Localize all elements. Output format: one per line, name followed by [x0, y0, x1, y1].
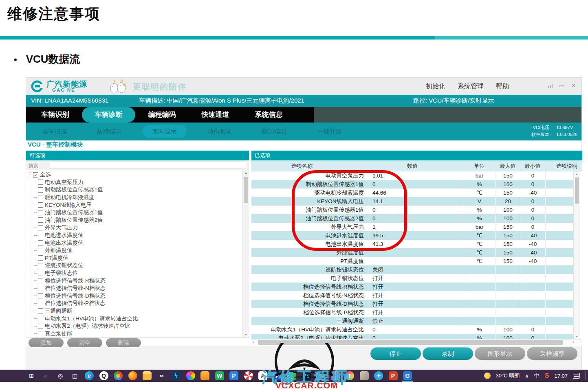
sub-tab[interactable]: ECU信息	[247, 123, 302, 140]
tree-item[interactable]: KEYON线输入电压	[26, 201, 242, 209]
menubar-item[interactable]: 初始化	[426, 82, 445, 91]
table-row[interactable]: 外部温度值 ℃ 150 -40	[251, 248, 573, 257]
tree-item[interactable]: 真空泵使能	[26, 330, 242, 337]
powerpoint-icon[interactable]: P	[389, 371, 398, 380]
checkbox-checked-icon[interactable]	[38, 217, 43, 223]
main-tab[interactable]: 编程编码	[135, 107, 189, 123]
sub-tab[interactable]: 全车扫描	[27, 123, 82, 140]
tree-item[interactable]: 电动真空泵压力	[26, 179, 242, 186]
checkbox-checked-icon[interactable]	[38, 210, 43, 215]
table-row[interactable]: 电池进水温度值 39.5 ℃ 150 -40	[251, 231, 573, 240]
tray-chevron-up-icon[interactable]: ∧	[525, 373, 529, 379]
table-row[interactable]: PT温度值 ℃ 150 -40	[251, 257, 573, 265]
table-row[interactable]: 油门踏板位置传感器2值 0 % 100 0	[251, 214, 573, 223]
tree-item[interactable]: 三通阀通断	[26, 307, 242, 315]
left-panel-button[interactable]: 删除	[106, 338, 141, 347]
checkbox-checked-icon[interactable]	[38, 263, 43, 268]
green-app-icon[interactable]	[287, 371, 296, 380]
weather-sun-icon[interactable]	[484, 372, 491, 379]
tree-item[interactable]: 油门踏板位置传感器1值	[26, 209, 242, 217]
left-panel-button[interactable]: 添加	[29, 338, 64, 347]
table-row[interactable]: 油门踏板位置传感器1值 0 % 100 0	[251, 206, 573, 214]
scroll-up-icon[interactable]: ▲	[243, 171, 249, 174]
close-button[interactable]: ✕	[571, 83, 576, 88]
scroll-down-icon[interactable]: ▼	[574, 335, 580, 338]
tree-item[interactable]: 外部温度值	[26, 247, 242, 254]
tree-root-label[interactable]: 全选	[40, 171, 51, 178]
scrollbar-thumb[interactable]	[244, 177, 248, 203]
sub-tab[interactable]: 一键升级	[302, 123, 357, 140]
photos-app-icon[interactable]	[360, 371, 369, 380]
table-row[interactable]: 电池出水温度值 41.3 ℃ 150 -40	[251, 240, 573, 248]
scrollbar-thumb[interactable]	[575, 177, 579, 204]
checkbox-checked-icon[interactable]	[38, 225, 43, 230]
sub-tab[interactable]: 故障信息	[82, 123, 137, 140]
thunder-icon[interactable]: ϟ	[172, 371, 181, 380]
tree-item[interactable]: 档位选择信号线-P档状态	[26, 300, 242, 307]
checkbox-checked-icon[interactable]	[38, 195, 43, 200]
tree-item[interactable]: 电动水泵1（HV电池）请求转速占空比	[26, 315, 242, 322]
table-vertical-scrollbar[interactable]: ▲ ▼	[573, 171, 580, 339]
table-row[interactable]: 三通阀通断 禁止	[251, 317, 573, 325]
notification-center-icon[interactable]	[573, 373, 580, 379]
tree-item[interactable]: PT温度值	[26, 254, 242, 262]
checkbox-checked-icon[interactable]	[38, 255, 43, 261]
tree-item[interactable]: 电子锁状态位	[26, 269, 242, 277]
checkbox-checked-icon[interactable]	[38, 278, 43, 283]
checkbox-checked-icon[interactable]	[38, 308, 43, 313]
tree-root-select-all[interactable]: − ✓ 全选	[26, 171, 242, 179]
tree-item[interactable]: 外界大气压力	[26, 224, 242, 232]
table-horizontal-scrollbar[interactable]: ‹ ›	[251, 339, 582, 345]
table-row[interactable]: 外界大气压力 1 bar 150 0	[251, 223, 573, 231]
table-row[interactable]: 档位选择信号线-D档状态 打开	[251, 300, 573, 308]
pinwheel-icon[interactable]	[244, 371, 253, 380]
tree-item[interactable]: 巡航按钮状态位	[26, 262, 242, 269]
checkbox-checked-icon[interactable]	[38, 286, 43, 291]
scroll-right-icon[interactable]: ›	[573, 340, 574, 344]
main-tab[interactable]: 车辆识别	[29, 107, 82, 123]
table-row[interactable]: 档位选择信号线-R档状态 打开	[251, 283, 573, 291]
scrollbar-thumb[interactable]	[258, 340, 563, 345]
checkbox-checked-icon[interactable]	[38, 187, 43, 193]
doc-app-icon[interactable]	[316, 371, 325, 380]
left-panel-button[interactable]: 清空	[67, 338, 102, 347]
game-bar-icon[interactable]: ∞	[157, 371, 166, 380]
minimize-button[interactable]: ▭	[559, 83, 564, 88]
tree-item[interactable]: 档位选择信号线-D档状态	[26, 292, 242, 300]
scroll-down-icon[interactable]: ▼	[243, 333, 249, 336]
checkbox-checked-icon[interactable]	[38, 180, 43, 185]
tree-scrollbar[interactable]: ▲ ▼	[242, 170, 249, 337]
tree-item[interactable]: 档位选择信号线-N档状态	[26, 285, 242, 292]
action-button[interactable]: 录制	[423, 347, 473, 360]
tree-item[interactable]: 电池出水温度值	[26, 239, 242, 247]
sub-tab[interactable]: 动作测试	[192, 123, 247, 140]
checkbox-checked-icon[interactable]	[38, 233, 43, 238]
sogou-input-icon[interactable]: S	[545, 372, 549, 379]
table-row[interactable]: 驱动电机冷却液温度 44.66 ℃ 150 -40	[251, 188, 573, 197]
wps-icon[interactable]: W	[215, 371, 224, 380]
start-icon[interactable]: ⊞	[27, 371, 36, 380]
checkbox-checked-icon[interactable]	[38, 271, 43, 276]
table-row[interactable]: KEYON线输入电压 14.1 V 20 0	[251, 197, 573, 206]
edge-icon[interactable]: e	[85, 371, 94, 380]
checkbox-checked-icon[interactable]	[38, 316, 43, 321]
table-row[interactable]: 电动水泵1（HV电池）请求转速占空比 0 % 100 0	[251, 325, 573, 334]
main-tab[interactable]: 车辆诊断	[82, 107, 135, 123]
table-row[interactable]: 档位选择信号线-N档状态 打开	[251, 291, 573, 300]
checkbox-checked-icon[interactable]	[38, 324, 43, 329]
menubar-item[interactable]: 帮助	[496, 82, 509, 91]
misc-app-icon[interactable]	[331, 371, 340, 380]
tree-item[interactable]: 档位选择信号线-R档状态	[26, 277, 242, 285]
sub-tab[interactable]: 实时显示	[137, 123, 192, 140]
chrome-icon[interactable]	[114, 371, 123, 380]
checkbox-checked-icon[interactable]	[38, 240, 43, 245]
search-input[interactable]	[50, 162, 246, 169]
diagnostic-app-icon[interactable]: G	[403, 371, 412, 380]
color-wheel-icon[interactable]	[186, 371, 195, 380]
action-button[interactable]: 采样频率	[527, 347, 577, 360]
firefox-icon[interactable]	[128, 371, 137, 380]
table-row[interactable]: 电动真空泵压力 1.01 bar 150 0	[251, 171, 573, 180]
cortana-icon[interactable]: ◎	[56, 371, 65, 380]
action-button[interactable]: 图形显示	[475, 347, 525, 360]
orange-app-icon[interactable]	[200, 371, 209, 380]
